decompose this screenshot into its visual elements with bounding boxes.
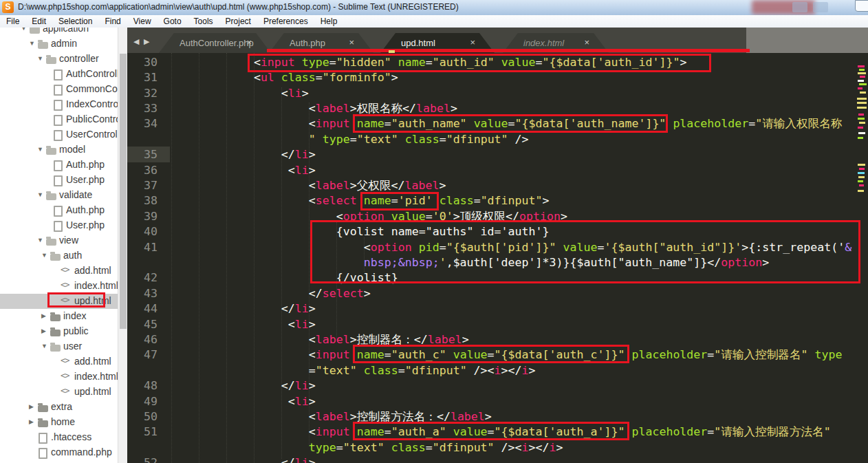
- tree-item-Auth.php[interactable]: Auth.php: [0, 158, 118, 173]
- window-close-button[interactable]: [855, 0, 868, 12]
- collapse-arrow-icon[interactable]: ▼: [37, 55, 43, 62]
- menu-item-file[interactable]: File: [0, 17, 25, 26]
- code-editor[interactable]: 30 <input type="hidden" name="auth_id" v…: [127, 53, 868, 463]
- tab-close-icon[interactable]: ×: [349, 37, 354, 47]
- tab-Auth.php[interactable]: Auth.php×: [269, 33, 373, 53]
- menu-item-project[interactable]: Project: [219, 17, 257, 26]
- tree-item-user[interactable]: ▼user: [0, 339, 118, 354]
- collapse-arrow-icon[interactable]: ▼: [37, 146, 43, 153]
- tree-item-model[interactable]: ▼model: [0, 142, 118, 158]
- code-line-30[interactable]: <input type="hidden" name="auth_id" valu…: [171, 55, 686, 70]
- tree-item-index.html[interactable]: <>index.html: [0, 279, 118, 294]
- tree-item-home[interactable]: ▶home: [0, 415, 118, 430]
- collapse-arrow-icon[interactable]: ▼: [37, 237, 43, 244]
- tree-item-application[interactable]: ▼application: [0, 28, 118, 36]
- code-line-47[interactable]: <input name="auth_c" value="{$data['auth…: [171, 347, 842, 363]
- collapse-arrow-icon[interactable]: ▼: [41, 252, 47, 259]
- tree-item-auth[interactable]: ▼auth: [0, 248, 118, 263]
- tab-close-icon[interactable]: ×: [470, 37, 475, 47]
- menu-item-view[interactable]: View: [127, 17, 158, 26]
- tree-item-CommonContr[interactable]: CommonContr: [0, 82, 118, 97]
- tab-upd.html[interactable]: upd.html×: [380, 33, 495, 53]
- code-line-36[interactable]: <li>: [171, 163, 316, 178]
- code-line-31[interactable]: <ul class="forminfo">: [171, 70, 398, 85]
- code-line-38[interactable]: <select name='pid' class="dfinput">: [171, 193, 550, 208]
- tree-item-add.html[interactable]: <>add.html: [0, 354, 118, 369]
- code-line-34[interactable]: <input name="auth_name" value="{$data['a…: [171, 116, 842, 131]
- tree-item-UserController.[interactable]: UserController.: [0, 127, 118, 142]
- tree-item-Auth.php[interactable]: Auth.php: [0, 203, 118, 218]
- tab-close-icon[interactable]: ×: [584, 37, 589, 47]
- tree-item-.htaccess[interactable]: .htaccess: [0, 430, 118, 445]
- code-line-33[interactable]: <label>权限名称</label>: [171, 101, 457, 116]
- tab-index.html[interactable]: index.html×: [503, 33, 609, 53]
- code-line-41[interactable]: <option pid="{$auth['pid']}" value='{$au…: [171, 240, 851, 255]
- tree-item-view[interactable]: ▼view: [0, 233, 118, 248]
- collapse-arrow-icon[interactable]: ▼: [41, 343, 47, 349]
- menu-item-tools[interactable]: Tools: [188, 17, 219, 26]
- code-line-32[interactable]: <li>: [171, 86, 309, 101]
- tab-close-icon[interactable]: ×: [246, 37, 252, 47]
- menu-item-goto[interactable]: Goto: [158, 17, 188, 26]
- tree-item-validate[interactable]: ▼validate: [0, 188, 118, 203]
- menu-item-help[interactable]: Help: [314, 17, 344, 26]
- sidebar-scrollbar-thumb[interactable]: [120, 54, 127, 329]
- sidebar-scrollbar[interactable]: [118, 28, 127, 463]
- menu-item-selection[interactable]: Selection: [52, 17, 98, 26]
- code-line-40[interactable]: {volist name="auths" id='auth'}: [171, 224, 549, 239]
- minimap-mark: [859, 184, 864, 186]
- tree-item-upd.html[interactable]: <>upd.html: [0, 294, 118, 309]
- code-line-51[interactable]: <input name="auth_a" value="{$data['auth…: [171, 424, 831, 440]
- collapse-arrow-icon[interactable]: ▼: [37, 191, 43, 198]
- code-line-39[interactable]: <option value='0'>顶级权限</option>: [171, 209, 567, 224]
- tree-item-index[interactable]: ▶index: [0, 309, 118, 324]
- code-line-45[interactable]: <li>: [171, 317, 316, 332]
- code-line-44[interactable]: </li>: [171, 301, 316, 316]
- expand-arrow-icon[interactable]: ▶: [41, 312, 46, 319]
- menu-item-preferences[interactable]: Preferences: [257, 17, 314, 26]
- code-line-49[interactable]: <li>: [171, 394, 316, 409]
- window-maximize-button[interactable]: [813, 2, 828, 12]
- collapse-arrow-icon[interactable]: ▼: [29, 40, 35, 47]
- tree-item-public[interactable]: ▶public: [0, 324, 118, 339]
- code-line-52[interactable]: </li>: [171, 455, 316, 463]
- collapse-arrow-icon[interactable]: ▼: [21, 28, 27, 32]
- tree-item-command.php[interactable]: command.php: [0, 445, 118, 460]
- code-line-wrap[interactable]: nbsp;&nbsp;',$auth['deep']*3)}{$auth["au…: [171, 255, 769, 270]
- menu-item-find[interactable]: Find: [98, 17, 127, 26]
- code-line-37[interactable]: <label>父权限</label>: [171, 178, 446, 193]
- code-line-wrap[interactable]: type="text" class="dfinput" /><i></i>: [171, 440, 563, 455]
- tree-item-controller[interactable]: ▼controller: [0, 52, 118, 67]
- tree-item-User.php[interactable]: User.php: [0, 218, 118, 233]
- line-number: 47: [127, 347, 158, 363]
- expand-arrow-icon[interactable]: ▶: [29, 403, 34, 410]
- tab-scroll-left-icon[interactable]: ◀: [133, 37, 139, 46]
- code-line-wrap[interactable]: " type="text" class="dfinput" />: [171, 132, 529, 147]
- expand-arrow-icon[interactable]: ▶: [29, 418, 34, 425]
- code-line-wrap[interactable]: ="text" class="dfinput" /><i></i>: [171, 363, 536, 378]
- minimap-mark: [858, 87, 862, 89]
- minimap-mark: [860, 91, 866, 94]
- tree-item-IndexControlle[interactable]: IndexControlle: [0, 97, 118, 112]
- menu-item-edit[interactable]: Edit: [25, 17, 52, 26]
- code-line-50[interactable]: <label>控制器方法名：</label>: [171, 409, 492, 424]
- code-line-35[interactable]: </li>: [171, 147, 316, 162]
- tab-scroll-right-icon[interactable]: ▶: [144, 37, 149, 46]
- tree-item-index.html[interactable]: <>index.html: [0, 369, 118, 385]
- tree-item-add.html[interactable]: <>add.html: [0, 263, 118, 279]
- tree-item-User.php[interactable]: User.php: [0, 173, 118, 188]
- tab-AuthController.php[interactable]: AuthController.php×: [159, 33, 271, 53]
- expand-arrow-icon[interactable]: ▶: [41, 327, 46, 334]
- window-minimize-button[interactable]: [792, 2, 807, 12]
- tree-item-extra[interactable]: ▶extra: [0, 400, 118, 415]
- code-line-48[interactable]: </li>: [171, 378, 316, 394]
- code-line-46[interactable]: <label>控制器名：</label>: [171, 332, 469, 347]
- tree-item-AuthController[interactable]: AuthController: [0, 67, 118, 82]
- code-line-42[interactable]: {/volist}: [171, 270, 398, 286]
- code-line-43[interactable]: </select>: [171, 286, 371, 301]
- tree-item-label: .htaccess: [51, 431, 91, 442]
- minimap[interactable]: [856, 53, 868, 463]
- tree-item-admin[interactable]: ▼admin: [0, 36, 118, 52]
- tree-item-PublicControlle[interactable]: PublicControlle: [0, 112, 118, 127]
- tree-item-upd.html[interactable]: <>upd.html: [0, 385, 118, 400]
